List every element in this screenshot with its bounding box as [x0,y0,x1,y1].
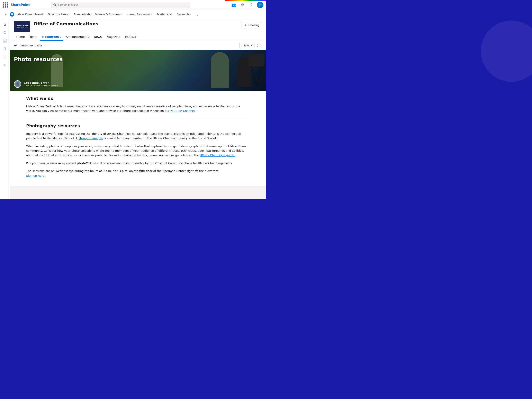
search-box[interactable]: 🔍 [51,2,190,8]
sidebar-page-icon[interactable]: 🗒 [1,45,9,52]
main-layout: ⌂ ○ 📄 🗒 ☰ + UMass Chan MEDICAL SCHOOL [0,19,266,199]
home-nav-icon: ⌂ [5,12,7,16]
library-images-link[interactable]: library of images [79,137,103,140]
site-header: UMass Chan MEDICAL SCHOOL Office of Comm… [10,19,266,41]
search-icon: 🔍 [53,3,57,6]
page-actions: ↑ Share ▾ ⛶ [239,43,262,48]
section2-title: Photography resources [26,123,250,128]
topbar-actions: 👥 ⚙ ? JP [230,1,263,9]
navbar: ⌂ U UMass Chan Intranet Directory Links … [0,10,266,19]
site-nav: Home Team Resources ▾ Announcements News… [14,33,262,41]
sidebar-globe-icon[interactable]: ○ [1,29,9,36]
main-content: UMass Chan MEDICAL SCHOOL Office of Comm… [10,19,266,199]
page-content: Photo resources 👤 Goodchild, Bryan Direc… [10,50,266,186]
section2-paragraph2: When including photos of people in your … [26,144,250,158]
nav-chevron-directory: ▾ [69,13,70,15]
nav-more-button[interactable]: ... [193,12,200,16]
nav-item-hr[interactable]: Human Resources ▾ [124,10,154,19]
nav-item-research[interactable]: Research ▾ [175,10,193,19]
site-title-area: Office of Communications [33,21,238,27]
help-icon[interactable]: ? [248,1,255,9]
nav-items: Directory Links ▾ Administration, Financ… [46,10,200,19]
search-input[interactable] [58,3,188,6]
nav-chevron-admin: ▾ [121,13,122,15]
site-header-top: UMass Chan MEDICAL SCHOOL Office of Comm… [14,21,262,32]
site-title: Office of Communications [33,21,238,26]
nav-item-admin-label: Administration, Finance & Business [74,13,120,16]
article-body: What we do UMass Chan Medical School use… [10,91,266,186]
site-icon: U [10,12,14,17]
immersive-reader-button[interactable]: Aᵅ Immersive reader [14,44,42,47]
hero-author-info: Goodchild, Bryan Director Video & Digita… [24,81,58,87]
site-logo-area: UMass Chan MEDICAL SCHOOL [14,21,30,32]
nav-chevron-research: ▾ [190,13,191,15]
article-divider [26,118,250,118]
logo-text-school: MEDICAL SCHOOL [17,27,28,28]
avatar[interactable]: JP [257,2,263,8]
site-nav-team[interactable]: Team [27,33,40,41]
share-chevron: ▾ [251,44,253,47]
people-icon[interactable]: 👥 [230,1,237,9]
site-nav-magazine[interactable]: Magazine [104,33,123,41]
nav-item-research-label: Research [177,13,189,16]
site-logo[interactable]: U UMass Chan Intranet [10,12,43,17]
section2-paragraph4: The sessions are on Wednesdays during th… [26,169,250,178]
section2-paragraph3: Do you need a new or updated photo? Head… [26,161,250,165]
headshot-bold-text: Do you need a new or updated photo? [26,162,88,165]
share-icon: ↑ [241,44,243,47]
hero-author: 👤 Goodchild, Bryan Director Video & Digi… [14,80,58,88]
settings-icon[interactable]: ⚙ [239,1,246,9]
nav-chevron-hr: ▾ [151,13,152,15]
section2-paragraph1: Imagery is a powerful tool for expressin… [26,132,250,141]
sidebar-document-icon[interactable]: 📄 [1,37,9,44]
hero-author-title: Director Video & Digital Media [24,84,58,87]
sidebar-list-icon[interactable]: ☰ [1,53,9,61]
hero-author-avatar: 👤 [14,80,21,88]
nav-item-admin[interactable]: Administration, Finance & Business ▾ [72,10,124,19]
hero-banner: Photo resources 👤 Goodchild, Bryan Direc… [10,50,266,91]
section1-title: What we do [26,96,250,101]
nav-chevron-academics: ▾ [172,13,173,15]
section1-paragraph: UMass Chan Medical School uses photograp… [26,104,250,113]
hero-author-name: Goodchild, Bryan [24,81,58,84]
youtube-channel-link[interactable]: YouTube Channel [170,109,195,113]
style-guide-link[interactable]: UMass Chan style guide. [200,154,235,157]
site-logo-image: UMass Chan MEDICAL SCHOOL [14,21,30,32]
app-title: SharePoint [11,3,30,7]
rainbow-accent [225,0,266,1]
site-nav-home[interactable]: Home [14,33,27,41]
following-label: Following [248,24,259,27]
sidebar-home-icon[interactable]: ⌂ [1,20,9,28]
hero-title: Photo resources [14,56,63,62]
site-nav-news[interactable]: News [91,33,104,41]
star-icon: ★ [244,24,247,27]
site-nav-announcements[interactable]: Announcements [63,33,92,41]
immersive-reader-label: Immersive reader [19,44,42,47]
sidebar-add-icon[interactable]: + [1,61,9,69]
share-label: Share [243,44,250,47]
page-toolbar: Aᵅ Immersive reader ↑ Share ▾ ⛶ [10,41,266,50]
topbar: SharePoint 🔍 👥 ⚙ ? JP [0,0,266,10]
site-nav-podcast[interactable]: Podcast [123,33,139,41]
nav-home-button[interactable]: ⌂ [2,11,10,18]
apps-icon[interactable] [2,2,8,8]
nav-item-academics-label: Academics [157,13,171,16]
nav-item-academics[interactable]: Academics ▾ [154,10,175,19]
immersive-reader-icon: Aᵅ [14,44,17,47]
resources-chevron: ▾ [60,36,61,38]
site-nav-resources[interactable]: Resources ▾ [40,33,63,41]
share-button[interactable]: ↑ Share ▾ [239,43,254,48]
nav-item-directory[interactable]: Directory Links ▾ [46,10,72,19]
sign-up-link[interactable]: Sign up here. [26,174,45,177]
site-name: UMass Chan Intranet [16,13,43,16]
left-sidebar: ⌂ ○ 📄 🗒 ☰ + [0,19,10,199]
following-button[interactable]: ★ Following [241,22,262,28]
nav-item-directory-label: Directory Links [48,13,68,16]
logo-text-umass: UMass Chan [16,25,28,27]
fullscreen-icon: ⛶ [257,44,260,47]
nav-item-hr-label: Human Resources [127,13,150,16]
fullscreen-button[interactable]: ⛶ [256,43,262,48]
